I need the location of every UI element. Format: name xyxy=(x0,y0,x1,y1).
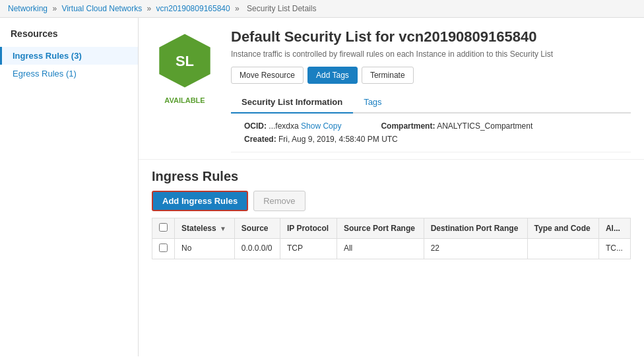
action-buttons: Move Resource Add Tags Terminate xyxy=(231,67,631,84)
info-row-2: Created: Fri, Aug 9, 2019, 4:58:40 PM UT… xyxy=(244,135,618,144)
row-source-port-range: All xyxy=(337,239,424,259)
col-ip-protocol: IP Protocol xyxy=(280,218,337,239)
row-allow: TC... xyxy=(598,239,630,259)
move-resource-button[interactable]: Move Resource xyxy=(231,67,304,84)
col-checkbox xyxy=(152,218,175,239)
row-type-and-code xyxy=(527,239,598,259)
rules-actions: Add Ingress Rules Remove xyxy=(152,191,631,211)
compartment-label: Compartment: xyxy=(381,121,435,131)
sidebar-item-ingress[interactable]: Ingress Rules (3) xyxy=(0,47,138,65)
breadcrumb: Networking » Virtual Cloud Networks » vc… xyxy=(0,0,644,18)
breadcrumb-current: Security List Details xyxy=(247,4,316,13)
resource-status: AVAILABLE xyxy=(164,96,205,104)
breadcrumb-vcn-id[interactable]: vcn20190809165840 xyxy=(156,4,230,13)
row-ip-protocol: TCP xyxy=(280,239,337,259)
content-area: SL AVAILABLE Default Security List for v… xyxy=(139,18,644,356)
add-ingress-rules-button[interactable]: Add Ingress Rules xyxy=(152,191,248,211)
col-source-port-range: Source Port Range xyxy=(337,218,424,239)
hex-initials: SL xyxy=(176,53,194,70)
created-item: Created: Fri, Aug 9, 2019, 4:58:40 PM UT… xyxy=(244,135,398,144)
resource-subtitle: Instance traffic is controlled by firewa… xyxy=(231,49,631,59)
ingress-section-title: Ingress Rules xyxy=(152,169,631,184)
ingress-rules-table: Stateless ▼ Source IP Protocol Source Po… xyxy=(152,218,631,259)
col-type-and-code: Type and Code xyxy=(527,218,598,239)
sidebar-title: Resources xyxy=(0,28,138,47)
col-stateless: Stateless ▼ xyxy=(175,218,235,239)
resource-info: Default Security List for vcn20190809165… xyxy=(231,28,631,152)
remove-button[interactable]: Remove xyxy=(253,191,305,211)
sidebar-item-egress[interactable]: Egress Rules (1) xyxy=(0,65,138,82)
info-section: OCID: ...fexdxa Show Copy Compartment: A… xyxy=(231,114,631,152)
stateless-sort-icon[interactable]: ▼ xyxy=(220,225,226,232)
ocid-copy-link[interactable]: Copy xyxy=(323,121,341,131)
row-stateless: No xyxy=(175,239,235,259)
row-checkbox-cell xyxy=(152,239,175,259)
row-destination-port-range: 22 xyxy=(424,239,527,259)
col-source: Source xyxy=(234,218,280,239)
sidebar: Resources Ingress Rules (3) Egress Rules… xyxy=(0,18,139,356)
info-row-1: OCID: ...fexdxa Show Copy Compartment: A… xyxy=(244,121,618,131)
header-section: SL AVAILABLE Default Security List for v… xyxy=(139,18,644,160)
ocid-label: OCID: xyxy=(244,121,267,131)
created-value: Fri, Aug 9, 2019, 4:58:40 PM UTC xyxy=(278,135,398,144)
col-destination-port-range: Destination Port Range xyxy=(424,218,527,239)
ocid-show-link[interactable]: Show xyxy=(301,121,321,131)
breadcrumb-vcn[interactable]: Virtual Cloud Networks xyxy=(61,4,142,13)
tab-tags[interactable]: Tags xyxy=(353,92,392,114)
col-allow: Al... xyxy=(598,218,630,239)
tabs-bar: Security List Information Tags xyxy=(231,92,631,114)
ocid-item: OCID: ...fexdxa Show Copy xyxy=(244,121,341,131)
ingress-section: Ingress Rules Add Ingress Rules Remove S… xyxy=(139,160,644,259)
compartment-value: ANALYTICS_Compartment xyxy=(437,121,532,131)
compartment-item: Compartment: ANALYTICS_Compartment xyxy=(381,121,532,131)
created-label: Created: xyxy=(244,135,276,144)
table-row: No 0.0.0.0/0 TCP All 22 TC... xyxy=(152,239,631,259)
resource-icon: SL AVAILABLE xyxy=(152,31,218,104)
tab-security-list-info[interactable]: Security List Information xyxy=(231,92,353,114)
row-checkbox[interactable] xyxy=(159,243,168,252)
add-tags-button[interactable]: Add Tags xyxy=(307,67,358,84)
ocid-value: ...fexdxa xyxy=(269,121,298,131)
terminate-button[interactable]: Terminate xyxy=(362,67,414,84)
select-all-checkbox[interactable] xyxy=(159,223,168,232)
row-source: 0.0.0.0/0 xyxy=(234,239,280,259)
breadcrumb-networking[interactable]: Networking xyxy=(8,4,48,13)
resource-title: Default Security List for vcn20190809165… xyxy=(231,28,631,46)
